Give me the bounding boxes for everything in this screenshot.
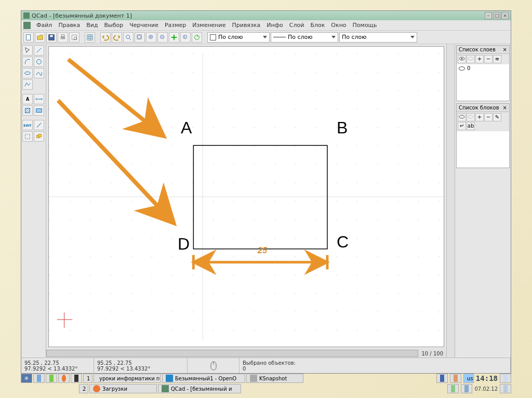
save-tray-icon[interactable]	[436, 374, 448, 383]
terminal-button[interactable]	[71, 374, 82, 383]
print-preview-button[interactable]	[69, 32, 79, 43]
block-add[interactable]: +	[475, 113, 484, 121]
layer-edit[interactable]: ≡	[493, 55, 501, 63]
menu-dimension[interactable]: Размер	[162, 21, 189, 30]
block-hide-all[interactable]	[467, 113, 475, 121]
menu-snap[interactable]: Привязка	[229, 21, 263, 30]
layer-row-0[interactable]: 0	[459, 65, 507, 71]
logout-button[interactable]	[500, 374, 511, 383]
svg-point-9	[138, 35, 141, 38]
coord-absolute: 95.25 , 22.75	[24, 360, 90, 366]
pager-2[interactable]: 2	[79, 384, 88, 393]
task-ksnapshot[interactable]: KSnapshot	[246, 374, 303, 383]
zoom-window-button[interactable]	[123, 32, 134, 43]
block-insert[interactable]: ↵	[458, 122, 466, 130]
desktop-button[interactable]	[33, 374, 45, 383]
firefox-button[interactable]	[58, 374, 70, 383]
layer-remove[interactable]: −	[484, 55, 493, 63]
minimize-button[interactable]: –	[485, 12, 492, 19]
print-button[interactable]	[58, 32, 68, 43]
coord-absolute-2: 95.25 , 22.75	[97, 360, 184, 366]
clipboard-tray-icon[interactable]	[450, 374, 461, 383]
tool-image[interactable]	[34, 105, 44, 116]
menu-layer[interactable]: Слой	[287, 21, 307, 30]
zoom-in-button[interactable]	[146, 32, 156, 43]
label-A: A	[181, 118, 192, 138]
block-edit[interactable]: ✎	[493, 113, 501, 121]
undo-button[interactable]	[100, 32, 111, 43]
zoom-out-button[interactable]	[157, 32, 168, 43]
task-lessons[interactable]: уроки информатики п	[94, 374, 161, 383]
menu-select[interactable]: Выбор	[102, 21, 126, 30]
tool-line[interactable]	[34, 45, 44, 56]
lineweight-bylayer-select[interactable]: По слою	[339, 32, 417, 43]
mdi-icon[interactable]	[23, 22, 31, 29]
color-bylayer-select[interactable]: По слою	[207, 32, 270, 43]
tool-dimension[interactable]	[34, 94, 44, 104]
linetype-bylayer-select[interactable]: По слою	[271, 32, 338, 43]
keyboard-layout[interactable]: us	[463, 374, 474, 383]
coord-relative: 97.9292 < 13.4332°	[24, 366, 90, 372]
selected-count: 0	[243, 366, 507, 372]
menu-modify[interactable]: Изменение	[190, 21, 228, 30]
drawing-canvas[interactable]: A B C D 25	[48, 46, 444, 347]
kmenu-button[interactable]	[21, 374, 32, 383]
layer-add[interactable]: +	[475, 55, 484, 63]
volume-tray-icon[interactable]	[461, 384, 472, 393]
tool-measure[interactable]	[34, 120, 44, 130]
close-button[interactable]: ×	[501, 12, 509, 19]
tool-select[interactable]	[22, 131, 33, 142]
grid-button[interactable]	[85, 32, 95, 43]
menu-view[interactable]: Вид	[84, 21, 100, 30]
block-remove[interactable]: −	[484, 113, 493, 121]
menu-window[interactable]: Окно	[328, 21, 349, 30]
task-downloads[interactable]: Загрузки	[89, 384, 157, 393]
drawing-overlay: A B C D 25	[49, 47, 444, 347]
maximize-button[interactable]: □	[493, 12, 500, 19]
task-qcad[interactable]: QCad - [безымянный и	[158, 384, 241, 393]
open-button[interactable]	[35, 32, 45, 43]
layer-show-all[interactable]	[458, 55, 466, 63]
task-openoffice[interactable]: Безымянный1 - OpenO	[162, 374, 245, 383]
tool-text[interactable]: A	[22, 94, 33, 104]
tool-circle[interactable]	[34, 57, 44, 67]
vertical-scrollbar[interactable]	[446, 44, 455, 358]
layers-panel-close[interactable]: ×	[503, 47, 507, 52]
tool-hatch[interactable]	[22, 105, 33, 116]
block-show-all[interactable]	[458, 113, 466, 121]
zoom-auto-button[interactable]	[135, 32, 145, 43]
menu-edit[interactable]: Правка	[56, 21, 83, 30]
layer-hide-all[interactable]	[467, 55, 475, 63]
blocks-panel-close[interactable]: ×	[503, 105, 507, 111]
menu-help[interactable]: Помощь	[350, 21, 380, 30]
pan-button[interactable]	[169, 32, 179, 43]
tool-palette: A EDIT	[21, 44, 46, 358]
menu-file[interactable]: Файл	[34, 21, 55, 30]
menu-draw[interactable]: Черчение	[127, 21, 161, 30]
clock[interactable]: 14:18	[476, 374, 498, 382]
home-button[interactable]	[46, 374, 57, 383]
statusbar: 95.25 , 22.75 97.9292 < 13.4332° 95.25 ,…	[21, 358, 511, 373]
tool-block[interactable]	[34, 131, 44, 142]
tool-polyline[interactable]	[22, 79, 33, 90]
new-button[interactable]	[23, 32, 34, 43]
menu-info[interactable]: Инфо	[264, 21, 286, 30]
horizontal-scrollbar[interactable]: 10 / 100	[46, 349, 446, 358]
save-button[interactable]	[46, 32, 57, 43]
menu-block[interactable]: Блок	[308, 21, 327, 30]
svg-rect-0	[26, 34, 31, 40]
tool-arc[interactable]	[22, 57, 33, 67]
svg-rect-20	[36, 109, 42, 113]
svg-rect-21	[25, 134, 30, 139]
pager-1[interactable]: 1	[83, 374, 92, 383]
tool-ellipse[interactable]	[22, 68, 33, 78]
tool-edit[interactable]: EDIT	[22, 120, 33, 130]
tool-pointer[interactable]	[22, 45, 33, 56]
trash-button[interactable]	[500, 384, 511, 393]
network-tray-icon[interactable]	[447, 384, 459, 393]
block-rename[interactable]: ab	[467, 122, 475, 130]
zoom-prev-button[interactable]	[180, 32, 191, 43]
redo-button[interactable]	[112, 32, 122, 43]
redraw-button[interactable]	[192, 32, 202, 43]
tool-spline[interactable]	[34, 68, 44, 78]
